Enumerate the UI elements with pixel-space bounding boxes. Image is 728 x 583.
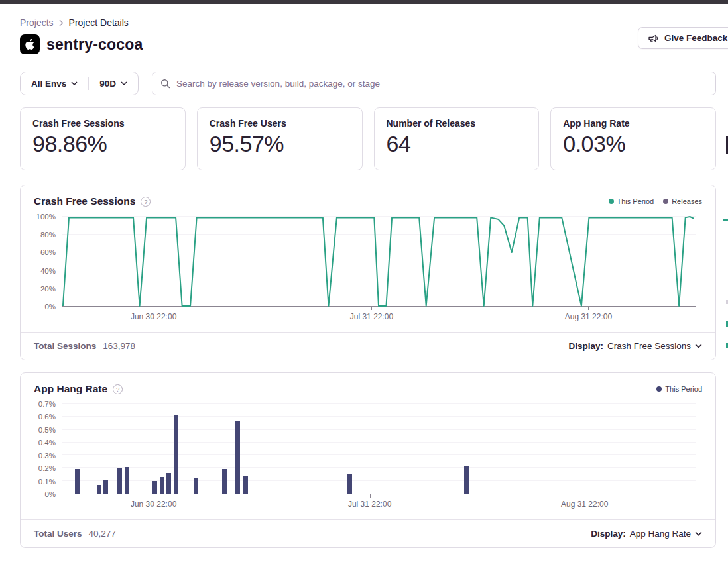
y-axis-labels: 0%0.1%0.2%0.3%0.4%0.5%0.6%0.7% [21, 404, 62, 494]
chart-legend: This Period [656, 385, 702, 393]
legend-label: This Period [665, 385, 702, 393]
x-axis-labels: Jun 30 22:00Jul 31 22:00Aug 31 22:00 [62, 312, 696, 324]
chevron-down-icon [695, 344, 702, 348]
total-users: Total Users 40,277 [34, 529, 116, 539]
x-axis-tickmarks [62, 494, 696, 498]
chevron-right-icon [59, 19, 64, 26]
legend-label: Releases [672, 197, 702, 205]
display-label: Display: [568, 341, 603, 351]
stat-value: 95.57% [210, 131, 350, 157]
environment-filter-dropdown[interactable]: All Envs [21, 72, 88, 95]
panel-header: App Hang Rate ? This Period [21, 373, 715, 398]
chart-title: App Hang Rate [34, 383, 107, 395]
project-details-page: Projects Project Details Give Feedback s… [0, 17, 728, 548]
x-axis-labels: Jun 30 22:00Jul 31 22:00Aug 31 22:00 [62, 500, 696, 511]
display-label: Display: [591, 529, 626, 539]
legend-item-releases[interactable]: Releases [663, 197, 702, 205]
stat-value: 64 [387, 131, 527, 157]
stat-label: App Hang Rate [563, 118, 703, 129]
legend-item-this-period[interactable]: This Period [656, 385, 702, 393]
stat-card-crash-free-users: Crash Free Users 95.57% [197, 107, 363, 170]
panel-footer: Total Sessions 163,978 Display: Crash Fr… [21, 332, 715, 360]
stat-card-number-of-releases: Number of Releases 64 [374, 107, 540, 170]
panel-footer: Total Users 40,277 Display: App Hang Rat… [21, 519, 715, 547]
legend-label: This Period [617, 197, 654, 205]
stat-card-crash-free-sessions: Crash Free Sessions 98.86% [20, 107, 186, 170]
total-sessions: Total Sessions 163,978 [34, 341, 135, 351]
stat-value: 98.86% [32, 131, 173, 157]
plot-wrap: Jun 30 22:00Jul 31 22:00Aug 31 22:00 [62, 217, 696, 324]
legend-dot-icon [609, 199, 614, 204]
total-users-label: Total Users [34, 529, 82, 539]
stat-value: 0.03% [563, 131, 703, 157]
page-title: sentry-cocoa [46, 36, 143, 54]
chevron-down-icon [121, 81, 127, 85]
apple-platform-icon [20, 34, 40, 54]
chart-legend: This Period Releases [609, 197, 703, 205]
search-input[interactable] [176, 79, 707, 89]
display-value: App Hang Rate [630, 529, 691, 539]
display-selector[interactable]: Display: App Hang Rate [591, 529, 702, 539]
stat-label: Crash Free Sessions [32, 118, 173, 129]
plot-area [62, 404, 696, 494]
cutoff-tick-fragment [723, 219, 728, 221]
give-feedback-label: Give Feedback [664, 33, 727, 43]
x-axis-tickmarks [62, 307, 696, 310]
help-icon[interactable]: ? [141, 197, 151, 207]
give-feedback-button[interactable]: Give Feedback [638, 27, 728, 49]
chevron-down-icon [695, 531, 702, 536]
date-range-label: 90D [99, 79, 116, 89]
display-selector[interactable]: Display: Crash Free Sessions [568, 341, 702, 351]
breadcrumb-current: Project Details [69, 17, 129, 28]
legend-dot-icon [663, 199, 668, 204]
project-title-row: sentry-cocoa [20, 34, 716, 54]
legend-item-this-period[interactable]: This Period [609, 197, 654, 205]
chevron-down-icon [71, 81, 78, 85]
date-range-dropdown[interactable]: 90D [89, 72, 138, 95]
help-icon[interactable]: ? [113, 384, 123, 394]
app-hang-rate-chart: 0%0.1%0.2%0.3%0.4%0.5%0.6%0.7% Jun 30 22… [21, 398, 715, 511]
display-value: Crash Free Sessions [607, 341, 691, 351]
release-search-box[interactable] [152, 72, 716, 95]
crash-free-sessions-panel: Crash Free Sessions ? This Period Releas… [20, 185, 716, 360]
plot-area [62, 217, 696, 307]
stat-cards-row: Crash Free Sessions 98.86% Crash Free Us… [20, 107, 716, 170]
app-hang-rate-panel: App Hang Rate ? This Period 0%0.1%0.2%0.… [20, 372, 716, 548]
filter-bar: All Envs 90D [20, 72, 716, 95]
y-axis-labels: 0%20%40%60%80%100% [21, 217, 62, 307]
crash-free-sessions-chart: 0%20%40%60%80%100% Jun 30 22:00Jul 31 22… [21, 210, 715, 324]
total-sessions-value: 163,978 [103, 341, 135, 351]
chart-title: Crash Free Sessions [34, 195, 135, 207]
stat-card-app-hang-rate: App Hang Rate 0.03% [550, 107, 716, 170]
total-sessions-label: Total Sessions [34, 341, 96, 351]
legend-dot-icon [656, 386, 662, 392]
plot-wrap: Jun 30 22:00Jul 31 22:00Aug 31 22:00 [62, 404, 696, 511]
stat-label: Number of Releases [387, 118, 527, 129]
megaphone-icon [648, 33, 659, 44]
stat-label: Crash Free Users [210, 118, 350, 129]
filter-group: All Envs 90D [20, 72, 139, 95]
breadcrumb: Projects Project Details [20, 17, 716, 28]
top-navigation-bar [0, 0, 728, 4]
total-users-value: 40,277 [89, 529, 116, 539]
search-icon [160, 79, 170, 89]
breadcrumb-projects-link[interactable]: Projects [20, 17, 54, 28]
panel-header: Crash Free Sessions ? This Period Releas… [21, 186, 715, 210]
environment-filter-label: All Envs [31, 79, 66, 89]
